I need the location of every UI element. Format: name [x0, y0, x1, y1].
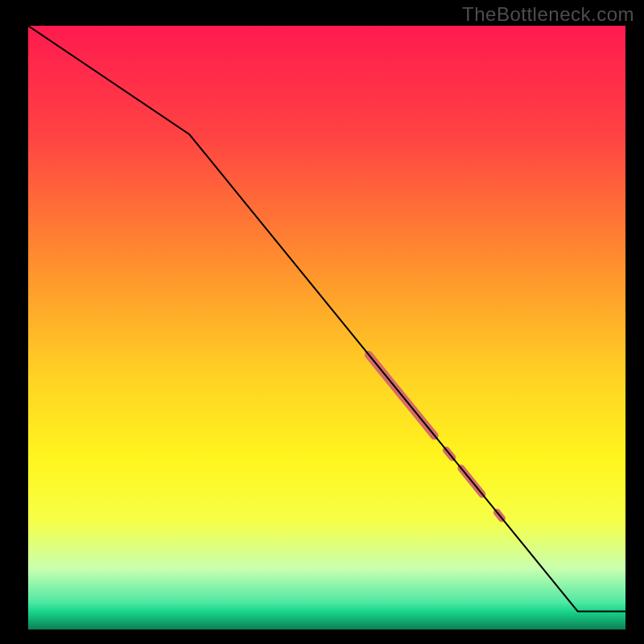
plot-background	[28, 26, 625, 630]
bottleneck-chart	[0, 0, 644, 644]
watermark-text: TheBottleneck.com	[462, 3, 634, 26]
chart-stage: TheBottleneck.com	[0, 0, 644, 644]
